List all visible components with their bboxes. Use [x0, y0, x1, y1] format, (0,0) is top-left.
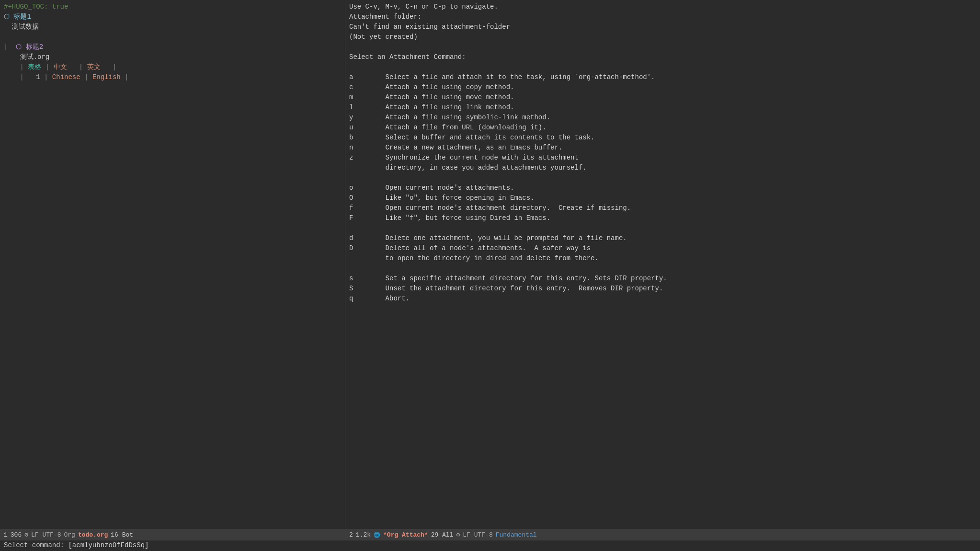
attachment-folder-label: Attachment folder: [349, 13, 422, 21]
gear-icon-left: ⚙ [24, 531, 28, 539]
right-pane: Use C-v, M-v, C-n or C-p to navigate. At… [345, 0, 980, 529]
cmd-y: y Attach a file using symbolic-link meth… [349, 114, 550, 121]
main-area: #+HUGO_TOC: true ⬡ 标题1 测试数据 | ⬡ 标题2 测试.o… [0, 0, 980, 529]
cmd-O: O Like "o", but force opening in Emacs. [349, 194, 534, 202]
nav-hint: Use C-v, M-v, C-n or C-p to navigate. [349, 3, 498, 11]
cmd-o: o Open current node's attachments. [349, 184, 514, 192]
attachment-folder-msg: Can't find an existing attachment-folder [349, 23, 510, 31]
buffer-size: 1.2k [356, 531, 371, 539]
mode-left: Org [64, 531, 75, 539]
cmd-F: F Like "f", but force using Dired in Ema… [349, 214, 550, 222]
cmd-d: d Delete one attachment, you will be pro… [349, 234, 627, 242]
buffer-name: *Org Attach* [383, 531, 428, 539]
cmd-c: c Attach a file using copy method. [349, 83, 514, 91]
minibuffer[interactable]: Select command: [acmlyubnzoOfFdDsSq] [0, 540, 980, 551]
cmd-l: l Attach a file using link method. [349, 103, 514, 111]
gear-icon-right: ⚙ [456, 531, 460, 539]
cmd-s: s Set a specific attachment directory fo… [349, 275, 667, 282]
status-left: 1 306 ⚙ LF UTF-8 Org todo.org 16 Bot [0, 531, 345, 539]
heading1-sub: 测试数据 [4, 23, 39, 31]
cmd-b: b Select a buffer and attach its content… [349, 134, 595, 141]
cmd-m: m Attach a file using move method. [349, 93, 514, 101]
cmd-D: D Delete all of a node's attachments. A … [349, 244, 591, 252]
hugo-toc-line: #+HUGO_TOC: true [4, 3, 68, 11]
cmd-u: u Attach a file from URL (downloading it… [349, 124, 547, 131]
cmd-S: S Unset the attachment directory for thi… [349, 285, 663, 292]
cmd-z: z Synchronize the current node with its … [349, 154, 579, 161]
org-file-line: 测试.org [4, 53, 49, 61]
minibuffer-text: Select command: [acmlyubnzoOfFdDsSq] [4, 541, 148, 549]
cmd-D-cont: to open the directory in dired and delet… [349, 254, 599, 262]
cmd-z-cont: directory, in case you added attachments… [349, 164, 587, 172]
col-number: 306 [11, 531, 22, 539]
cmd-q: q Abort. [349, 295, 410, 302]
buffer-num: 2 [349, 531, 353, 539]
cmd-n: n Create a new attachment, as an Emacs b… [349, 144, 562, 151]
table-row1: | 表格 | 中文 | 英文 | [4, 63, 116, 71]
right-content: Use C-v, M-v, C-n or C-p to navigate. At… [349, 2, 976, 304]
status-bar: 1 306 ⚙ LF UTF-8 Org todo.org 16 Bot 2 1… [0, 529, 980, 540]
encoding-left: LF UTF-8 [31, 531, 61, 539]
heading2-line: | ⬡ 标题2 [4, 43, 43, 51]
file-name[interactable]: todo.org [78, 531, 108, 539]
cmd-a: a Select a file and attach it to the tas… [349, 73, 655, 81]
cmd-f: f Open current node's attachment directo… [349, 204, 631, 212]
mode-right: Fundamental [496, 531, 537, 539]
position-right: 29 All [431, 531, 454, 539]
left-content: #+HUGO_TOC: true ⬡ 标题1 测试数据 | ⬡ 标题2 测试.o… [4, 2, 341, 82]
table-row2: | 1 | Chinese | English | [4, 73, 129, 81]
status-right: 2 1.2k 🌐 *Org Attach* 29 All ⚙ LF UTF-8 … [345, 531, 980, 539]
line-number: 1 [4, 531, 8, 539]
attachment-not-created: (Not yet created) [349, 33, 418, 41]
globe-icon: 🌐 [374, 532, 380, 538]
bot-indicator: 16 Bot [111, 531, 133, 539]
select-label: Select an Attachment Command: [349, 53, 466, 61]
encoding-right: LF UTF-8 [463, 531, 492, 539]
heading1-line: ⬡ 标题1 [4, 13, 31, 21]
left-pane: #+HUGO_TOC: true ⬡ 标题1 测试数据 | ⬡ 标题2 测试.o… [0, 0, 345, 529]
